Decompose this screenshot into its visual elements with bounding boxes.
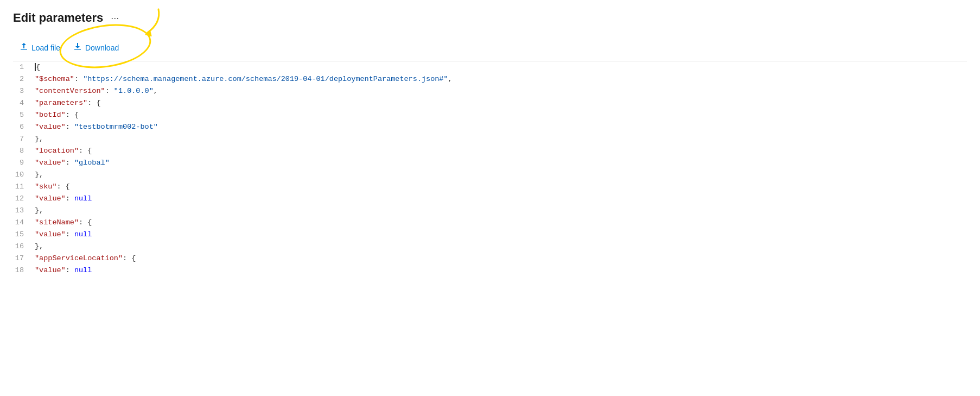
code-line: 15 "value": null: [13, 229, 967, 241]
token-string: "https://schema.management.azure.com/sch…: [83, 75, 448, 83]
token-brace: {: [74, 111, 79, 119]
line-content: "$schema": "https://schema.management.az…: [35, 73, 967, 85]
token-comma: ,: [154, 87, 158, 95]
line-number: 3: [13, 85, 35, 97]
line-content: "value": null: [35, 265, 967, 276]
token-brace: {: [87, 147, 92, 155]
token-brace: },: [35, 171, 43, 179]
line-content: "sku": {: [35, 181, 967, 193]
token-null: null: [74, 230, 92, 238]
line-content: "appServiceLocation": {: [35, 253, 967, 265]
code-line: 7 },: [13, 133, 967, 145]
token-key: "value": [35, 230, 66, 238]
line-number: 13: [13, 205, 35, 217]
token-colon: :: [66, 159, 74, 167]
more-options-button[interactable]: ···: [107, 11, 122, 25]
line-content: "siteName": {: [35, 217, 967, 229]
code-editor[interactable]: 1{2 "$schema": "https://schema.managemen…: [13, 61, 967, 276]
token-colon: :: [66, 123, 74, 131]
line-number: 10: [13, 169, 35, 181]
code-line: 10 },: [13, 169, 967, 181]
token-colon: :: [105, 87, 114, 95]
token-null: null: [74, 194, 92, 203]
upload-icon: [20, 42, 28, 53]
token-comma: ,: [448, 75, 453, 83]
line-content: "value": null: [35, 229, 967, 241]
token-key: "value": [35, 159, 66, 167]
token-string: "testbotmrm002-bot": [74, 123, 158, 131]
token-key: "botId": [35, 111, 66, 119]
code-line: 8 "location": {: [13, 145, 967, 157]
svg-marker-0: [145, 30, 152, 36]
token-colon: :: [66, 230, 74, 238]
code-line: 3 "contentVersion": "1.0.0.0",: [13, 85, 967, 97]
token-string: "1.0.0.0": [114, 87, 154, 95]
token-key: "sku": [35, 183, 57, 191]
line-content: },: [35, 241, 967, 253]
token-key: "location": [35, 147, 79, 155]
token-key: "parameters": [35, 99, 87, 107]
line-number: 7: [13, 133, 35, 145]
code-line: 4 "parameters": {: [13, 97, 967, 109]
code-line: 5 "botId": {: [13, 109, 967, 121]
code-line: 12 "value": null: [13, 193, 967, 205]
line-number: 18: [13, 265, 35, 276]
line-number: 16: [13, 241, 35, 253]
code-line: 14 "siteName": {: [13, 217, 967, 229]
load-file-button[interactable]: Load file: [13, 39, 67, 56]
line-number: 11: [13, 181, 35, 193]
code-line: 2 "$schema": "https://schema.management.…: [13, 73, 967, 85]
token-brace: {: [36, 63, 40, 71]
token-string: "global": [74, 159, 110, 167]
code-line: 11 "sku": {: [13, 181, 967, 193]
token-null: null: [74, 266, 92, 274]
toolbar: Load file Download: [13, 35, 967, 61]
token-brace: },: [35, 135, 43, 143]
token-key: "siteName": [35, 218, 79, 227]
line-number: 8: [13, 145, 35, 157]
token-key: "value": [35, 123, 66, 131]
token-colon: :: [79, 218, 87, 227]
token-colon: :: [66, 266, 74, 274]
token-colon: :: [123, 254, 131, 262]
code-line: 9 "value": "global": [13, 157, 967, 169]
code-line: 17 "appServiceLocation": {: [13, 253, 967, 265]
line-content: "botId": {: [35, 109, 967, 121]
token-key: "value": [35, 194, 66, 203]
token-colon: :: [79, 147, 87, 155]
line-content: "location": {: [35, 145, 967, 157]
token-brace: {: [131, 254, 136, 262]
line-content: "value": null: [35, 193, 967, 205]
line-number: 5: [13, 109, 35, 121]
line-number: 17: [13, 253, 35, 265]
token-colon: :: [74, 75, 83, 83]
line-number: 6: [13, 121, 35, 133]
token-brace: },: [35, 206, 43, 215]
token-key: "$schema": [35, 75, 74, 83]
page-container: Edit parameters ··· Load file: [0, 0, 980, 287]
token-key: "value": [35, 266, 66, 274]
code-line: 13 },: [13, 205, 967, 217]
page-title: Edit parameters: [13, 11, 103, 25]
line-content: "value": "testbotmrm002-bot": [35, 121, 967, 133]
line-content: },: [35, 205, 967, 217]
line-number: 14: [13, 217, 35, 229]
download-button[interactable]: Download: [67, 39, 125, 56]
page-header: Edit parameters ···: [13, 11, 967, 25]
line-content: "parameters": {: [35, 97, 967, 109]
token-brace: {: [96, 99, 100, 107]
code-line: 1{: [13, 61, 967, 73]
line-content: {: [35, 61, 967, 73]
line-content: },: [35, 169, 967, 181]
token-brace: {: [87, 218, 92, 227]
token-brace: },: [35, 242, 43, 250]
token-colon: :: [87, 99, 96, 107]
line-content: "value": "global": [35, 157, 967, 169]
line-number: 2: [13, 73, 35, 85]
download-icon: [73, 42, 82, 53]
code-line: 16 },: [13, 241, 967, 253]
line-number: 12: [13, 193, 35, 205]
token-brace: {: [66, 183, 70, 191]
token-key: "contentVersion": [35, 87, 105, 95]
token-colon: :: [66, 111, 74, 119]
